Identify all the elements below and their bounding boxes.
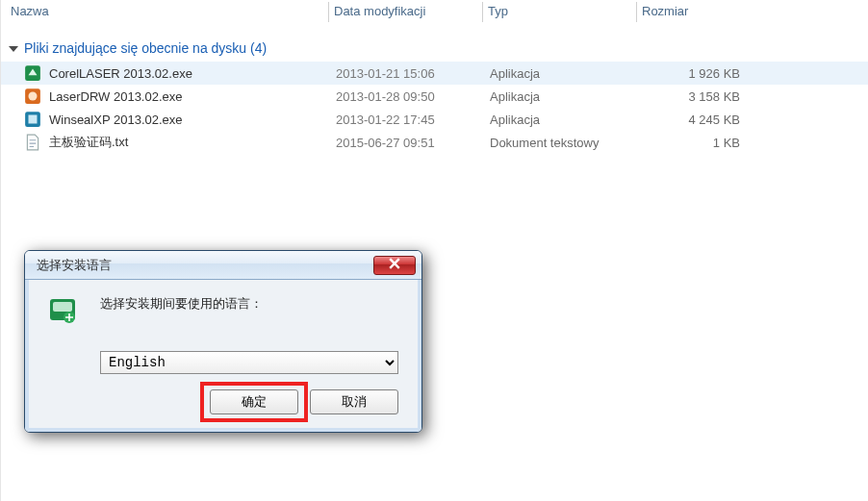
file-type: Aplikacja: [490, 113, 673, 127]
col-header-type[interactable]: Typ: [482, 4, 636, 18]
language-dialog: 选择安装语言 选择安装期间要使用的语言：: [24, 250, 422, 433]
group-label: Pliki znajdujące się obecnie na dysku (4…: [24, 40, 267, 56]
file-name: CorelLASER 2013.02.exe: [49, 66, 336, 81]
file-type: Aplikacja: [490, 66, 673, 81]
group-collapse-caret-icon: [9, 46, 18, 52]
file-type: Dokument tekstowy: [490, 136, 673, 150]
file-size: 4 245 KB: [673, 113, 750, 127]
file-icon: [24, 111, 41, 128]
language-select[interactable]: English: [100, 351, 398, 374]
file-size: 1 KB: [673, 136, 750, 150]
ok-button[interactable]: 确定: [210, 389, 298, 414]
file-row[interactable]: CorelLASER 2013.02.exe2013-01-21 15:06Ap…: [1, 62, 868, 85]
file-icon: [24, 64, 41, 82]
file-type: Aplikacja: [490, 89, 673, 104]
column-headers: Nazwa Data modyfikacji Typ Rozmiar: [1, 0, 868, 25]
file-name: 主板验证码.txt: [49, 134, 336, 151]
dialog-title: 选择安装语言: [37, 257, 112, 274]
col-header-name[interactable]: Nazwa: [11, 4, 328, 18]
installer-icon: [46, 293, 81, 328]
file-icon: [24, 88, 41, 105]
file-name: WinsealXP 2013.02.exe: [49, 113, 336, 127]
col-header-date[interactable]: Data modyfikacji: [328, 4, 482, 18]
col-header-size[interactable]: Rozmiar: [636, 4, 742, 18]
file-row[interactable]: WinsealXP 2013.02.exe2013-01-22 17:45Apl…: [1, 108, 868, 131]
file-date: 2015-06-27 09:51: [336, 136, 490, 150]
close-icon: [389, 258, 400, 272]
file-date: 2013-01-22 17:45: [336, 113, 490, 127]
cancel-button[interactable]: 取消: [310, 389, 398, 414]
file-size: 3 158 KB: [673, 89, 750, 104]
file-row[interactable]: 主板验证码.txt2015-06-27 09:51Dokument teksto…: [1, 131, 868, 154]
svg-point-2: [29, 92, 38, 101]
file-name: LaserDRW 2013.02.exe: [49, 89, 336, 104]
file-list: CorelLASER 2013.02.exe2013-01-21 15:06Ap…: [1, 62, 868, 154]
dialog-message: 选择安装期间要使用的语言：: [100, 293, 263, 313]
dialog-titlebar[interactable]: 选择安装语言: [25, 251, 421, 280]
dialog-close-button[interactable]: [373, 256, 416, 275]
svg-rect-4: [29, 115, 38, 124]
file-date: 2013-01-28 09:50: [336, 89, 490, 104]
svg-rect-6: [53, 302, 72, 312]
file-row[interactable]: LaserDRW 2013.02.exe2013-01-28 09:50Apli…: [1, 85, 868, 108]
file-date: 2013-01-21 15:06: [336, 66, 490, 81]
file-icon: [24, 134, 41, 151]
file-size: 1 926 KB: [673, 66, 750, 81]
group-header[interactable]: Pliki znajdujące się obecnie na dysku (4…: [1, 25, 868, 62]
